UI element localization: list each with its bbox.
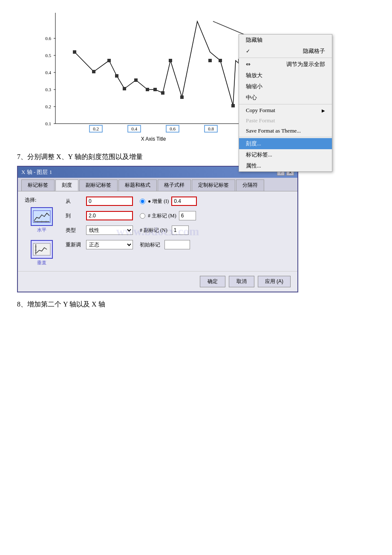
- dialog-right: 从 ● 增量 (I) 到: [66, 197, 291, 266]
- menu-item-paste-format: Paste Format: [239, 116, 332, 126]
- major-ticks-input[interactable]: [179, 211, 196, 220]
- first-tick-row: 初始标记: [140, 240, 190, 249]
- rescale-label: 重新调: [66, 241, 83, 249]
- to-input[interactable]: [86, 211, 133, 220]
- minor-ticks-section: # 副标记 (N): [140, 225, 189, 235]
- dialog-body: www.bdocx.com 选择:: [18, 191, 297, 271]
- major-ticks-row: # 主标记 (M): [140, 211, 196, 220]
- from-input[interactable]: [86, 197, 133, 206]
- cancel-button[interactable]: 取消: [229, 276, 254, 287]
- tab-custom-mark[interactable]: 定制标记标签: [192, 179, 235, 191]
- menu-item-adjust-all[interactable]: ⇔ 调节为显示全部: [239, 59, 332, 70]
- increment-input[interactable]: [171, 197, 197, 206]
- svg-text:0.2: 0.2: [93, 126, 99, 131]
- tab-grid-style[interactable]: 格子式样: [158, 179, 191, 191]
- svg-rect-25: [73, 50, 76, 54]
- menu-item-hide-grid[interactable]: ✓ 隐藏格子: [239, 46, 332, 57]
- apply-button[interactable]: 应用 (A): [258, 276, 291, 287]
- vertical-axis-icon[interactable]: [31, 240, 53, 259]
- dialog-title: X 轴 - 图层 1: [21, 168, 52, 176]
- svg-rect-38: [231, 104, 235, 107]
- increment-section: ● 增量 (I): [140, 197, 197, 206]
- svg-text:0.1: 0.1: [45, 121, 51, 126]
- svg-rect-35: [180, 95, 184, 99]
- tab-sub-mark-label[interactable]: 副标记标签: [79, 179, 118, 191]
- svg-rect-30: [134, 78, 138, 82]
- step8-text: 8、增加第二个 Y 轴以及 X 轴: [17, 300, 375, 309]
- svg-rect-31: [146, 88, 149, 91]
- menu-divider-3: [239, 137, 332, 137]
- rescale-row: 重新调 正态 自动 初始标记: [66, 240, 291, 249]
- svg-rect-29: [123, 87, 126, 90]
- vertical-axis-option[interactable]: 垂直: [31, 240, 53, 266]
- major-ticks-radio[interactable]: [140, 213, 145, 219]
- increment-radio[interactable]: [140, 199, 145, 204]
- chart-section: 0.1 0.2 0.3 0.4 0.5 0.6 0.2 0.4 0.6 0.8: [17, 9, 375, 145]
- svg-rect-27: [107, 59, 111, 62]
- first-tick-label: 初始标记: [140, 241, 160, 249]
- dialog-left: 选择:: [25, 197, 59, 266]
- svg-rect-37: [219, 59, 222, 62]
- select-label: 选择:: [25, 197, 36, 204]
- vertical-axis-label: 垂直: [37, 260, 46, 266]
- menu-item-hide-axis[interactable]: 隐藏轴: [239, 35, 332, 46]
- menu-item-zoom-in[interactable]: 轴放大: [239, 70, 332, 81]
- minor-ticks-row: # 副标记 (N): [140, 225, 189, 235]
- menu-item-copy-format[interactable]: Copy Format ▶: [239, 105, 332, 116]
- svg-rect-36: [208, 59, 212, 62]
- tab-mark-label[interactable]: 标记标签: [21, 179, 55, 191]
- rescale-select[interactable]: 正态 自动: [86, 240, 133, 249]
- menu-item-tick-labels[interactable]: 标记标签...: [239, 149, 332, 160]
- svg-text:0.2: 0.2: [45, 104, 51, 109]
- to-row: 到 # 主标记 (M): [66, 211, 291, 220]
- menu-divider-2: [239, 104, 332, 104]
- type-row: 类型 线性 对数 # 副标记 (N): [66, 225, 291, 235]
- menu-item-save-theme[interactable]: Save Format as Theme...: [239, 126, 332, 136]
- increment-radio-row: ● 增量 (I): [140, 197, 197, 206]
- major-ticks-section: # 主标记 (M): [140, 211, 196, 220]
- horizontal-axis-option[interactable]: 水平: [31, 207, 53, 233]
- horizontal-axis-label: 水平: [37, 227, 46, 233]
- tab-title-format[interactable]: 标题和格式: [118, 179, 157, 191]
- chart-container: 0.1 0.2 0.3 0.4 0.5 0.6 0.2 0.4 0.6 0.8: [30, 9, 268, 145]
- dialog-footer: 确定 取消 应用 (A): [18, 271, 297, 292]
- increment-label: ● 增量 (I): [148, 198, 169, 205]
- context-menu[interactable]: 隐藏轴 ✓ 隐藏格子 ⇔ 调节为显示全部 轴放大 轴缩小 中心 Copy F: [239, 34, 332, 172]
- tab-divider[interactable]: 分隔符: [236, 179, 264, 191]
- svg-text:0.8: 0.8: [208, 126, 214, 131]
- svg-rect-34: [169, 59, 172, 62]
- horizontal-axis-icon[interactable]: [31, 207, 53, 226]
- svg-text:0.3: 0.3: [45, 87, 51, 92]
- svg-rect-32: [153, 88, 157, 91]
- type-label: 类型: [66, 227, 83, 234]
- first-tick-section: 初始标记: [140, 240, 190, 249]
- svg-text:0.5: 0.5: [45, 53, 51, 58]
- svg-rect-41: [33, 211, 50, 223]
- menu-item-center[interactable]: 中心: [239, 92, 332, 103]
- svg-text:X Axis Title: X Axis Title: [141, 136, 166, 142]
- chart-svg: 0.1 0.2 0.3 0.4 0.5 0.6 0.2 0.4 0.6 0.8: [30, 9, 268, 145]
- menu-item-zoom-out[interactable]: 轴缩小: [239, 81, 332, 92]
- menu-item-properties[interactable]: 属性...: [239, 160, 332, 171]
- from-row: 从 ● 增量 (I): [66, 197, 291, 206]
- ok-button[interactable]: 确定: [200, 276, 225, 287]
- major-ticks-label: # 主标记 (M): [148, 212, 176, 220]
- minor-ticks-input[interactable]: [172, 225, 189, 235]
- svg-text:0.6: 0.6: [170, 126, 176, 131]
- svg-rect-28: [115, 74, 118, 78]
- dialog-tabs: 标记标签 刻度 副标记标签 标题和格式 格子式样 定制标记标签 分隔符: [18, 178, 297, 191]
- svg-rect-33: [161, 91, 164, 95]
- type-select[interactable]: 线性 对数: [86, 225, 133, 235]
- menu-divider-1: [239, 58, 332, 58]
- svg-rect-26: [92, 70, 95, 73]
- svg-text:0.4: 0.4: [45, 70, 51, 75]
- dialog-overlay: X 轴 - 图层 1 ? ✕ 标记标签 刻度 副标记标签 标题和格式 格子式样: [17, 166, 375, 292]
- to-label: 到: [66, 212, 83, 220]
- tab-scale[interactable]: 刻度: [55, 179, 78, 191]
- first-tick-input[interactable]: [164, 240, 190, 249]
- from-label: 从: [66, 198, 83, 205]
- minor-ticks-label: # 副标记 (N): [140, 227, 167, 234]
- dialog: X 轴 - 图层 1 ? ✕ 标记标签 刻度 副标记标签 标题和格式 格子式样: [17, 166, 298, 292]
- menu-item-scale[interactable]: 刻度...: [239, 138, 332, 149]
- svg-text:0.4: 0.4: [131, 126, 137, 131]
